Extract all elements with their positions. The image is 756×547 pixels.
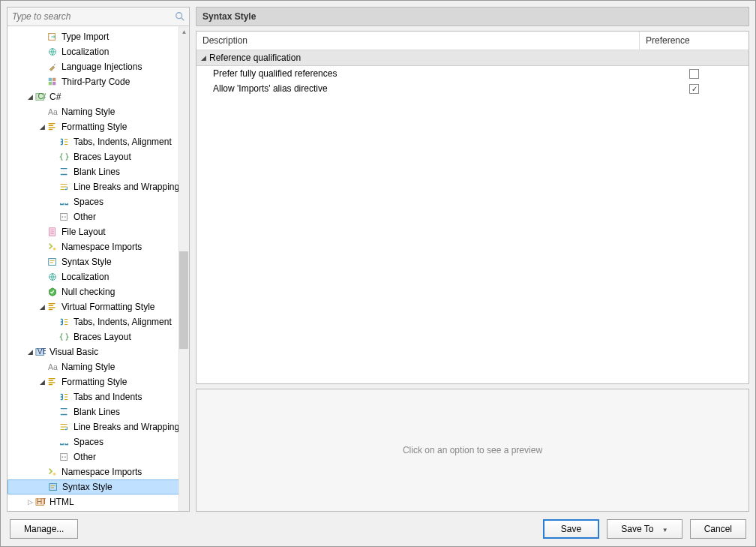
- scroll-thumb[interactable]: [179, 251, 188, 349]
- svg-text:Aa: Aa: [48, 362, 58, 371]
- column-preference[interactable]: Preference: [640, 32, 748, 50]
- tree-item-label: Localization: [62, 272, 109, 282]
- preview-hint: Click on an option to see a preview: [403, 445, 542, 455]
- tree-item[interactable]: Null checking: [8, 284, 189, 299]
- tree-item-label: Blank Lines: [74, 167, 120, 177]
- caret-expanded-icon[interactable]: ◢: [26, 348, 34, 356]
- svg-point-13: [64, 216, 66, 218]
- save-to-button[interactable]: Save To ▼: [607, 519, 682, 539]
- svg-text:Aa: Aa: [48, 107, 58, 116]
- tree-item-label: Syntax Style: [62, 257, 112, 267]
- tree-item[interactable]: Localization: [8, 44, 189, 59]
- scroll-up-icon[interactable]: ▲: [179, 26, 189, 37]
- tree-item[interactable]: ▷HTMLHTML: [8, 494, 189, 509]
- tree-item[interactable]: Other: [8, 209, 189, 224]
- tree-item-label: Spaces: [74, 437, 104, 447]
- caret-expanded-icon[interactable]: ◢: [26, 93, 34, 101]
- tree-item[interactable]: ◢Formatting Style: [8, 119, 189, 134]
- tree-item[interactable]: Localization: [8, 269, 189, 284]
- svg-point-15: [53, 248, 56, 251]
- tree-item-label: Namespace Imports: [62, 467, 142, 477]
- tree-item[interactable]: Syntax Style: [8, 254, 189, 269]
- tree-item[interactable]: Other: [8, 449, 189, 464]
- type-import-icon: [46, 31, 58, 43]
- save-button[interactable]: Save: [543, 519, 599, 539]
- tree-item[interactable]: ◢Virtual Formatting Style: [8, 299, 189, 314]
- tabs-icon: [58, 136, 70, 148]
- option-checkbox[interactable]: [689, 69, 699, 79]
- svg-text:VB: VB: [38, 347, 46, 356]
- spaces-icon: [58, 436, 70, 448]
- tree-item-label: Line Breaks and Wrapping: [74, 182, 179, 192]
- tree-item-label: Braces Layout: [74, 152, 131, 162]
- tree-item-label: Visual Basic: [50, 347, 98, 357]
- tree-item[interactable]: Syntax Style: [8, 479, 189, 494]
- preview-panel: Click on an option to see a preview: [196, 389, 749, 512]
- tree-item-label: Braces Layout: [74, 332, 131, 342]
- tree-item[interactable]: Tabs, Indents, Alignment: [8, 134, 189, 149]
- tree-item[interactable]: AaNaming Style: [8, 104, 189, 119]
- option-description: Prefer fully qualified references: [213, 68, 640, 79]
- tree-item-label: Other: [74, 452, 96, 462]
- tree-item-label: Virtual Formatting Style: [62, 302, 155, 312]
- tree-item[interactable]: Namespace Imports: [8, 464, 189, 479]
- svg-point-0: [176, 13, 182, 19]
- caret-expanded-icon[interactable]: ◢: [38, 378, 46, 386]
- tree-item[interactable]: Blank Lines: [8, 404, 189, 419]
- tree-item[interactable]: AaNaming Style: [8, 359, 189, 374]
- localization-icon: [46, 46, 58, 58]
- tree-item[interactable]: Braces Layout: [8, 149, 189, 164]
- namespace-icon: [46, 241, 58, 253]
- svg-point-23: [64, 456, 66, 458]
- other-icon: [58, 451, 70, 463]
- caret-expanded-icon[interactable]: ◢: [38, 303, 46, 311]
- tree-item[interactable]: Line Breaks and Wrapping: [8, 419, 189, 434]
- tree-item[interactable]: Spaces: [8, 194, 189, 209]
- csharp-icon: C#: [34, 91, 46, 103]
- column-description[interactable]: Description: [196, 32, 640, 50]
- format-icon: [46, 376, 58, 388]
- tree-item[interactable]: Language Injections: [8, 59, 189, 74]
- tree-item-label: HTML: [50, 497, 74, 507]
- tree-item[interactable]: Line Breaks and Wrapping: [8, 179, 189, 194]
- syntax-icon: [47, 481, 59, 493]
- tree-item-label: Localization: [62, 47, 109, 57]
- tree-item[interactable]: Type Import: [8, 29, 189, 44]
- svg-point-24: [53, 473, 56, 476]
- search-input[interactable]: [10, 10, 174, 23]
- option-checkbox[interactable]: ✓: [689, 84, 699, 94]
- option-row[interactable]: Allow 'Imports' alias directive✓: [196, 81, 748, 96]
- tabs-icon: [58, 316, 70, 328]
- tree-scroll[interactable]: Type ImportLocalizationLanguage Injectio…: [8, 26, 189, 511]
- tree-item[interactable]: Tabs and Indents: [8, 389, 189, 404]
- tree-item-label: Blank Lines: [74, 407, 120, 417]
- tree-item-label: Namespace Imports: [62, 242, 142, 252]
- tree-item[interactable]: Spaces: [8, 434, 189, 449]
- tree-item[interactable]: ◢C#C#: [8, 89, 189, 104]
- option-row[interactable]: Prefer fully qualified references: [196, 66, 748, 81]
- format-icon: [46, 301, 58, 313]
- tree-item[interactable]: Namespace Imports: [8, 239, 189, 254]
- vb-icon: VB: [34, 346, 46, 358]
- manage-button[interactable]: Manage...: [10, 519, 78, 539]
- null-icon: [46, 286, 58, 298]
- tree-item[interactable]: Third-Party Code: [8, 74, 189, 89]
- tree-item[interactable]: ◢VBVisual Basic: [8, 344, 189, 359]
- tree-item[interactable]: Blank Lines: [8, 164, 189, 179]
- caret-expanded-icon[interactable]: ◢: [38, 123, 46, 131]
- namespace-icon: [46, 466, 58, 478]
- tree-item[interactable]: File Layout: [8, 224, 189, 239]
- tree-item-label: Type Import: [62, 32, 109, 42]
- search-icon[interactable]: [174, 11, 186, 23]
- tree-item[interactable]: Braces Layout: [8, 329, 189, 344]
- tree-item[interactable]: Tabs, Indents, Alignment: [8, 314, 189, 329]
- caret-collapsed-icon[interactable]: ▷: [26, 498, 34, 506]
- cancel-button[interactable]: Cancel: [690, 519, 746, 539]
- tree-item-label: File Layout: [62, 227, 106, 237]
- option-group[interactable]: ◢ Reference qualification: [196, 50, 748, 66]
- svg-text:HTML: HTML: [37, 497, 46, 506]
- braces-icon: [58, 151, 70, 163]
- tree-item[interactable]: ◢Formatting Style: [8, 374, 189, 389]
- svg-rect-4: [49, 78, 52, 81]
- scrollbar[interactable]: ▲: [178, 26, 189, 511]
